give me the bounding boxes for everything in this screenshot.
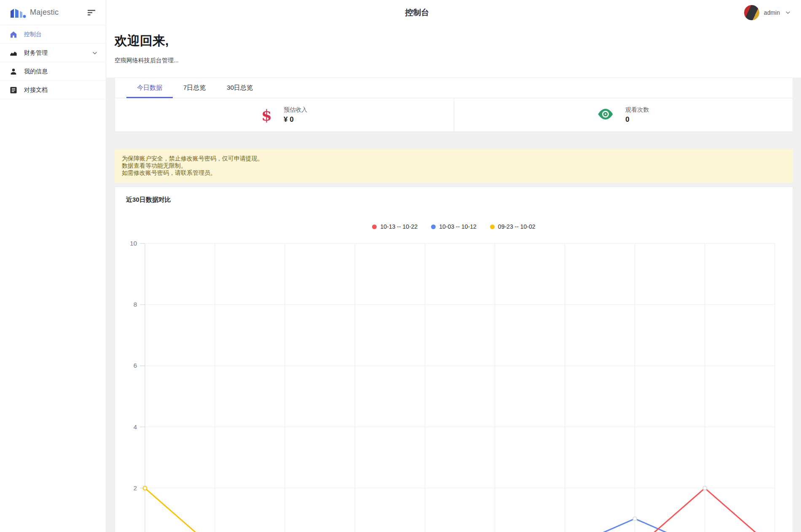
notice-line: 为保障账户安全，禁止修改账号密码，仅可申请提现。 (122, 155, 786, 162)
chart-card: 近30日数据对比 10-13 -- 10-2210-03 -- 10-1209-… (115, 187, 793, 532)
sidebar-collapse-icon[interactable] (86, 8, 96, 18)
header: 控制台 admin (106, 0, 801, 25)
brand-name: Majestic (30, 8, 59, 17)
sidebar-item-label: 对接文档 (24, 86, 48, 94)
welcome-title: 欢迎回来, (115, 32, 801, 50)
stat-views: 观看次数0 (454, 98, 793, 131)
notice-banner: 为保障账户安全，禁止修改账号密码，仅可申请提现。数据查看等功能无限制。如需修改账… (115, 149, 793, 183)
user-avatar (744, 5, 759, 20)
home-icon (9, 30, 18, 39)
tab-week[interactable]: 7日总览 (173, 78, 216, 98)
sidebar-menu: 控制台财务管理我的信息对接文档 (0, 25, 106, 99)
tab-today[interactable]: 今日数据 (126, 78, 173, 98)
svg-text:6: 6 (134, 362, 137, 369)
sidebar: Majestic 控制台财务管理我的信息对接文档 (0, 0, 106, 532)
overview-card: 今日数据7日总览30日总览 $预估收入¥ 0观看次数0 (115, 78, 793, 132)
chevron-down-icon (91, 50, 98, 56)
sidebar-item-finance[interactable]: 财务管理 (0, 44, 106, 62)
svg-text:8: 8 (134, 301, 137, 308)
svg-text:2: 2 (134, 484, 137, 492)
sidebar-header: Majestic (0, 0, 106, 25)
sidebar-item-docs[interactable]: 对接文档 (0, 81, 106, 99)
stat-value: 0 (625, 115, 649, 124)
stat-revenue: $预估收入¥ 0 (115, 98, 454, 131)
line-chart: 246810 (115, 187, 793, 532)
page: Majestic 控制台财务管理我的信息对接文档 控制台 admin 欢迎回来, (0, 0, 801, 532)
sidebar-item-label: 财务管理 (24, 49, 48, 57)
chevron-down-icon (785, 9, 791, 16)
user-menu[interactable]: admin (744, 0, 791, 25)
user-icon (9, 67, 18, 76)
dollar-icon: $ (261, 107, 272, 123)
stats-row: $预估收入¥ 0观看次数0 (115, 98, 793, 131)
content-area: 今日数据7日总览30日总览 $预估收入¥ 0观看次数0 为保障账户安全，禁止修改… (106, 78, 801, 532)
stat-value: ¥ 0 (284, 115, 307, 124)
sidebar-item-profile[interactable]: 我的信息 (0, 62, 106, 81)
document-icon (9, 86, 18, 94)
sidebar-item-label: 控制台 (24, 31, 42, 38)
svg-text:10: 10 (130, 240, 137, 247)
eye-icon (597, 108, 613, 122)
notice-line: 如需修改账号密码，请联系管理员。 (122, 169, 786, 176)
main-content: 欢迎回来, 空痕网络科技后台管理... 今日数据7日总览30日总览 $预估收入¥… (106, 25, 801, 532)
brand-logo-icon (9, 7, 26, 19)
sidebar-item-dashboard[interactable]: 控制台 (0, 25, 106, 44)
user-name: admin (764, 9, 780, 16)
welcome-subtitle: 空痕网络科技后台管理... (115, 57, 801, 64)
stat-label: 观看次数 (625, 106, 649, 114)
page-title: 控制台 (405, 7, 429, 18)
finance-chart-icon (9, 49, 18, 57)
tab-bar: 今日数据7日总览30日总览 (115, 78, 793, 98)
notice-line: 数据查看等功能无限制。 (122, 162, 786, 169)
brand[interactable]: Majestic (9, 7, 59, 19)
tab-month[interactable]: 30日总览 (216, 78, 263, 98)
welcome-section: 欢迎回来, 空痕网络科技后台管理... (106, 25, 801, 78)
sidebar-item-label: 我的信息 (24, 68, 48, 75)
stat-label: 预估收入 (284, 106, 307, 114)
svg-text:4: 4 (134, 423, 137, 430)
